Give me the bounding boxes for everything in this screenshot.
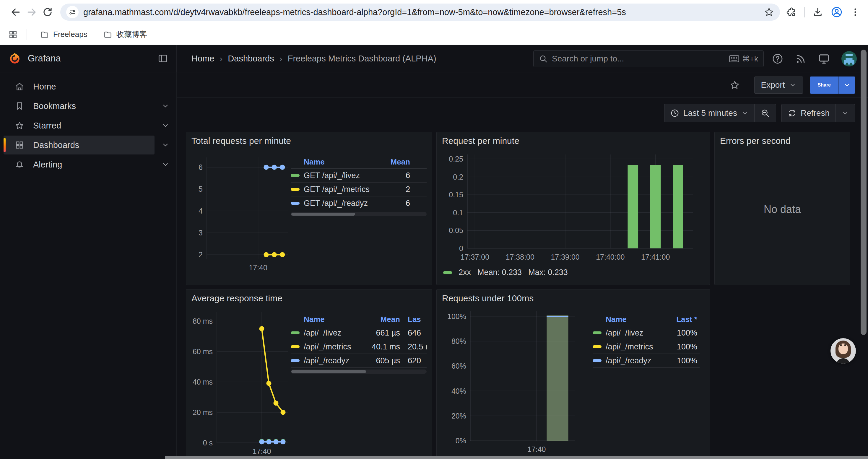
legend-column-header[interactable]: Name xyxy=(304,157,372,167)
series-value: 100% xyxy=(653,356,697,365)
dashboard-subheader: Export Share xyxy=(177,72,868,98)
series-name[interactable]: /api/_/livez xyxy=(304,328,359,338)
svg-text:40 ms: 40 ms xyxy=(193,378,213,386)
floating-assistant-avatar[interactable] xyxy=(831,338,856,364)
folder-icon xyxy=(40,30,49,39)
sidebar-expand-chevron[interactable] xyxy=(155,161,176,168)
url-bar[interactable]: grafana.mathmast.com/d/deytv4rwavabkb/fr… xyxy=(60,4,780,21)
browser-reload-button[interactable] xyxy=(39,4,56,20)
sidebar-item-bookmarks[interactable]: Bookmarks xyxy=(0,97,176,116)
bookmark-folder[interactable]: Freeleaps xyxy=(36,28,92,42)
sidebar-item-starred[interactable]: Starred xyxy=(0,116,176,135)
chevron-down-icon xyxy=(162,102,169,110)
grafana-logo[interactable] xyxy=(8,52,21,65)
display-button[interactable] xyxy=(818,53,830,65)
legend-scrollbar[interactable] xyxy=(291,212,427,216)
zoom-out-button[interactable] xyxy=(754,104,776,122)
legend-column-header[interactable]: Name xyxy=(304,315,359,324)
bookmark-star-icon[interactable] xyxy=(764,7,774,17)
news-button[interactable] xyxy=(795,53,807,65)
legend-table: NameMeanLas/api/_/livez661 µs646/api/_/m… xyxy=(291,313,427,459)
request-per-minute-chart[interactable]: 00.050.10.150.20.2517:37:0017:38:0017:39… xyxy=(442,147,704,266)
search-placeholder: Search or jump to... xyxy=(552,54,729,64)
browser-back-button[interactable] xyxy=(8,4,24,20)
requests-under-100ms-chart[interactable]: 0%20%40%60%80%100%17:40 xyxy=(442,305,581,458)
legend-column-header[interactable]: Las xyxy=(400,315,427,324)
chevron-down-icon xyxy=(162,141,169,149)
apps-grid-icon[interactable] xyxy=(8,30,18,39)
svg-text:100%: 100% xyxy=(447,312,466,321)
panel-total-requests: Total requests per minute 2345617:40 Nam… xyxy=(186,132,432,285)
rss-icon xyxy=(795,53,807,65)
share-menu-button[interactable] xyxy=(838,76,855,94)
browser-profile-icon[interactable] xyxy=(831,6,843,18)
export-button[interactable]: Export xyxy=(754,76,803,94)
legend-column-header[interactable]: Mean xyxy=(372,157,410,167)
favorite-star-icon[interactable] xyxy=(730,80,740,90)
user-avatar[interactable] xyxy=(841,51,857,66)
svg-text:80 ms: 80 ms xyxy=(193,317,213,325)
refresh-group: Refresh xyxy=(781,104,855,122)
sidebar-expand-chevron[interactable] xyxy=(155,102,176,110)
refresh-interval-button[interactable] xyxy=(836,104,855,122)
average-response-time-chart[interactable]: 0 s20 ms40 ms60 ms80 ms17:40 xyxy=(191,305,291,459)
browser-forward-button[interactable] xyxy=(24,4,39,20)
series-name[interactable]: GET /api/_/readyz xyxy=(304,199,372,208)
search-input[interactable]: Search or jump to... ⌘+k xyxy=(533,50,764,67)
series-name[interactable]: /api/_/livez xyxy=(606,328,653,338)
svg-text:0 s: 0 s xyxy=(203,438,213,447)
panel-title[interactable]: Errors per second xyxy=(720,134,845,147)
vertical-scrollbar[interactable] xyxy=(861,50,867,335)
home-icon xyxy=(15,82,24,91)
share-split-button: Share xyxy=(810,76,855,94)
panel-title[interactable]: Requests under 100ms xyxy=(442,292,704,305)
series-name[interactable]: /api/_/metrics xyxy=(304,342,359,352)
downloads-icon[interactable] xyxy=(812,7,823,18)
help-button[interactable] xyxy=(772,53,783,65)
sidebar-item-dashboards[interactable]: Dashboards xyxy=(0,136,176,155)
breadcrumb-item[interactable]: Dashboards xyxy=(228,54,274,64)
horizontal-scrollbar[interactable] xyxy=(165,456,868,459)
sidebar-item-home[interactable]: Home xyxy=(0,77,176,96)
sidebar-item-label: Bookmarks xyxy=(33,101,76,111)
legend-column-header[interactable]: Mean xyxy=(359,315,400,324)
svg-text:2: 2 xyxy=(198,251,203,259)
legend-column-header[interactable]: Name xyxy=(606,315,653,324)
panel-title[interactable]: Total requests per minute xyxy=(191,134,427,147)
series-name[interactable]: /api/_/metrics xyxy=(606,342,653,352)
legend-column-header[interactable]: Last * xyxy=(653,315,697,324)
series-name[interactable]: /api/_/readyz xyxy=(304,356,359,365)
url-text[interactable]: grafana.mathmast.com/d/deytv4rwavabkb/fr… xyxy=(83,7,764,17)
series-name[interactable]: GET /api/_/metrics xyxy=(304,185,372,194)
svg-text:0.15: 0.15 xyxy=(449,191,463,199)
search-icon xyxy=(539,54,548,63)
series-value: 100% xyxy=(653,328,697,338)
series-name[interactable]: 2xx xyxy=(459,268,471,277)
legend-table: NameLast */api/_/livez100%/api/_/metrics… xyxy=(593,313,700,458)
site-settings-icon[interactable] xyxy=(66,6,79,18)
svg-text:17:38:00: 17:38:00 xyxy=(506,253,534,261)
sidebar-toggle-icon[interactable] xyxy=(157,53,168,64)
legend-header-row: NameLast * xyxy=(593,313,700,326)
sidebar-expand-chevron[interactable] xyxy=(155,141,176,149)
extensions-icon[interactable] xyxy=(786,7,797,17)
svg-text:20 ms: 20 ms xyxy=(193,408,213,417)
svg-text:0.1: 0.1 xyxy=(453,208,463,217)
series-name[interactable]: GET /api/_/livez xyxy=(304,171,372,180)
panel-title[interactable]: Average response time xyxy=(191,292,427,305)
sidebar-item-alerting[interactable]: Alerting xyxy=(0,155,176,174)
total-requests-chart[interactable]: 2345617:40 xyxy=(191,147,291,274)
browser-menu-icon[interactable] xyxy=(850,7,860,17)
share-button[interactable]: Share xyxy=(810,76,838,94)
series-name[interactable]: /api/_/readyz xyxy=(606,356,653,365)
time-range-picker[interactable]: Last 5 minutes xyxy=(664,104,754,122)
panel-title[interactable]: Request per minute xyxy=(442,134,704,147)
refresh-button[interactable]: Refresh xyxy=(782,104,836,122)
breadcrumb-item[interactable]: Home xyxy=(191,54,214,64)
sidebar-expand-chevron[interactable] xyxy=(155,122,176,129)
grafana-app: Grafana Home›Dashboards›Freeleaps Metric… xyxy=(0,45,868,459)
svg-text:60 ms: 60 ms xyxy=(193,347,213,356)
series-swatch xyxy=(593,359,601,362)
legend-scrollbar[interactable] xyxy=(291,369,427,374)
bookmark-folder[interactable]: 收藏博客 xyxy=(99,28,151,42)
